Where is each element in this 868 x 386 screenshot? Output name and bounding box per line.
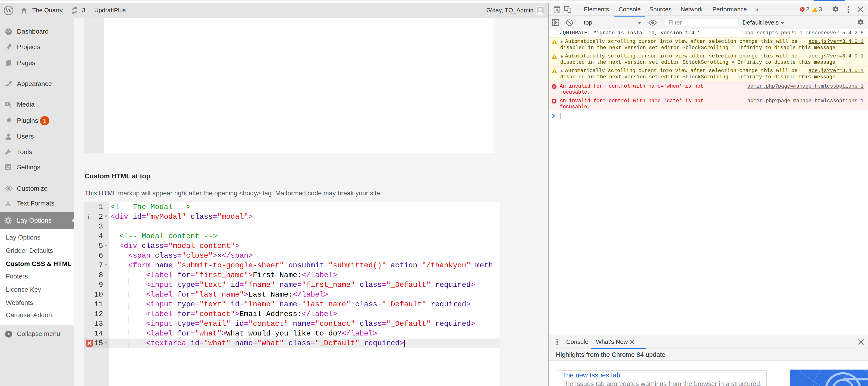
svg-text:W: W: [5, 6, 12, 14]
